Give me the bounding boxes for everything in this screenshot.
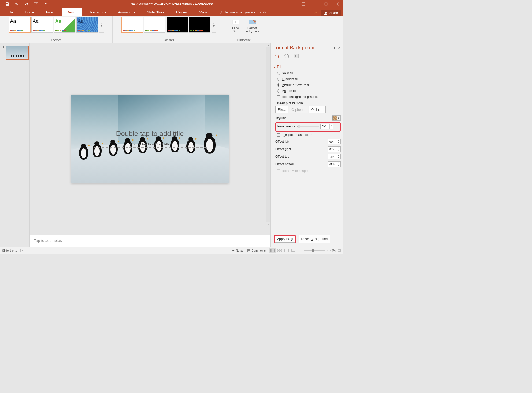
tab-view[interactable]: View — [195, 8, 212, 16]
share-button[interactable]: Share — [321, 10, 341, 16]
transparency-label: Transparency — [276, 124, 296, 128]
reset-background-button[interactable]: Reset Background — [299, 235, 330, 243]
notes-button[interactable]: ≐Notes — [232, 249, 243, 252]
next-slide-icon[interactable]: ⏷ — [266, 231, 270, 235]
redo-icon[interactable] — [24, 2, 29, 6]
zoom-percentage[interactable]: 44% — [330, 249, 336, 252]
solid-fill-radio[interactable]: SSolid fillolid fill — [275, 70, 341, 76]
tab-review[interactable]: Review — [171, 8, 193, 16]
themes-more-icon[interactable]: ▲▼ — [99, 17, 104, 33]
undo-icon[interactable] — [14, 2, 19, 6]
format-background-button[interactable]: Format Background — [245, 17, 260, 33]
maximize-button[interactable] — [321, 0, 331, 8]
fill-section-header[interactable]: ◢ Fill — [271, 63, 343, 70]
ribbon-display-options-icon[interactable] — [298, 0, 309, 8]
spinner-up-icon[interactable]: ▲ — [330, 124, 333, 126]
notes-placeholder: Tap to add notes — [34, 238, 62, 243]
theme-office[interactable]: Aa — [9, 17, 30, 33]
slideshow-view-button[interactable] — [290, 248, 297, 253]
slide-size-button[interactable]: Slide Size — [228, 17, 243, 33]
tab-insert[interactable]: Insert — [41, 8, 60, 16]
offset-top-label: Offset top — [275, 155, 326, 159]
slide-sorter-view-button[interactable] — [276, 248, 283, 253]
gradient-fill-radio[interactable]: Gradient fill — [275, 76, 341, 82]
collapse-ribbon-icon[interactable]: ︿ — [339, 38, 342, 42]
ribbon-tabs: File Home Insert Design Transitions Anim… — [0, 8, 343, 16]
offset-left-spinner[interactable]: ▲▼ — [328, 139, 341, 144]
prev-slide-icon[interactable]: ⏶ — [266, 226, 270, 231]
normal-view-button[interactable] — [269, 248, 276, 253]
transparency-slider[interactable] — [297, 126, 319, 127]
svg-marker-7 — [285, 54, 289, 58]
variant-3[interactable] — [167, 17, 188, 33]
tab-animations[interactable]: Animations — [113, 8, 140, 16]
comments-button[interactable]: Comments — [247, 249, 266, 252]
title-placeholder[interactable]: Double tap to add title — [93, 127, 207, 140]
hide-bg-checkbox[interactable]: Hide background graphics — [275, 94, 341, 100]
picture-tab-icon[interactable] — [293, 52, 300, 60]
spellcheck-icon[interactable] — [20, 249, 24, 252]
zoom-in-button[interactable]: + — [327, 249, 328, 252]
offset-right-input[interactable] — [328, 148, 337, 151]
svg-rect-1 — [302, 3, 305, 5]
tile-checkbox[interactable]: Tile picture as texture — [275, 132, 341, 138]
scroll-up-icon[interactable]: ▲ — [266, 43, 270, 47]
slide-size-label: Slide Size — [232, 26, 239, 33]
close-button[interactable] — [332, 0, 343, 8]
scroll-down-icon[interactable]: ▼ — [266, 222, 270, 226]
vertical-scrollbar[interactable]: ▲ ▼ ⏶ ⏷ — [266, 43, 270, 235]
variants-more-icon[interactable]: ▲▼ — [212, 17, 216, 33]
online-button[interactable]: Online... — [309, 106, 326, 113]
offset-top-input[interactable] — [328, 155, 337, 158]
spinner-down-icon[interactable]: ▼ — [330, 126, 333, 129]
tab-home[interactable]: Home — [20, 8, 39, 16]
slide-canvas-area[interactable]: Double tap to add title Double tap to ad… — [30, 43, 270, 235]
variant-4[interactable] — [189, 17, 210, 33]
theme-4[interactable]: Aa — [76, 17, 98, 33]
zoom-out-button[interactable]: − — [300, 249, 302, 252]
svg-rect-19 — [338, 249, 340, 252]
slide-thumbnail-panel[interactable]: 1 — [0, 43, 29, 247]
tab-file[interactable]: File — [3, 8, 18, 16]
variant-1[interactable] — [121, 17, 143, 33]
pane-dropdown-icon[interactable]: ▼ — [333, 46, 336, 50]
theme-2[interactable]: Aa — [31, 17, 53, 33]
warning-icon[interactable]: ⚠ — [314, 10, 317, 15]
offset-left-input[interactable] — [328, 140, 337, 143]
theme-3[interactable]: Aa — [54, 17, 75, 33]
apply-to-all-button[interactable]: Apply to All — [275, 236, 295, 243]
slide[interactable]: Double tap to add title Double tap to ad… — [71, 95, 229, 183]
offset-right-spinner[interactable]: ▲▼ — [328, 146, 341, 152]
picture-fill-radio[interactable]: Picture or texture fill — [275, 82, 341, 88]
fit-to-window-button[interactable] — [337, 249, 341, 252]
reading-view-button[interactable] — [283, 248, 290, 253]
pattern-fill-radio[interactable]: Pattern fill — [275, 88, 341, 94]
tab-design[interactable]: Design — [62, 8, 82, 16]
minimize-button[interactable] — [309, 0, 320, 8]
subtitle-placeholder[interactable]: Double tap to add subtitle — [93, 141, 207, 148]
save-icon[interactable] — [5, 2, 10, 6]
tab-transitions[interactable]: Transitions — [84, 8, 111, 16]
comments-icon — [247, 249, 250, 252]
fill-tab-icon[interactable] — [273, 52, 281, 60]
svg-rect-17 — [285, 249, 288, 252]
slide-thumbnail-1[interactable]: 1 — [6, 46, 29, 60]
offset-top-spinner[interactable]: ▲▼ — [328, 154, 341, 159]
offset-bottom-spinner[interactable]: ▲▼ — [328, 161, 341, 167]
tab-slideshow[interactable]: Slide Show — [142, 8, 169, 16]
variant-2[interactable] — [144, 17, 165, 33]
effects-tab-icon[interactable] — [283, 52, 290, 60]
texture-picker[interactable]: ▼ — [332, 115, 341, 121]
transparency-input[interactable] — [321, 125, 329, 128]
notes-pane[interactable]: Tap to add notes — [30, 235, 270, 247]
offset-bottom-input[interactable] — [328, 163, 337, 166]
transparency-spinner[interactable]: ▲▼ — [320, 124, 333, 129]
tell-me-search[interactable]: Tell me what you want to do... — [214, 8, 275, 16]
start-from-beginning-icon[interactable] — [34, 2, 39, 6]
tell-me-label: Tell me what you want to do... — [224, 10, 270, 14]
file-button[interactable]: File... — [275, 106, 288, 113]
slide-counter[interactable]: Slide 1 of 1 — [2, 249, 17, 252]
qat-more-icon[interactable]: ▼ — [43, 2, 48, 6]
pane-close-icon[interactable]: ✕ — [338, 46, 341, 50]
zoom-slider[interactable] — [304, 250, 325, 251]
